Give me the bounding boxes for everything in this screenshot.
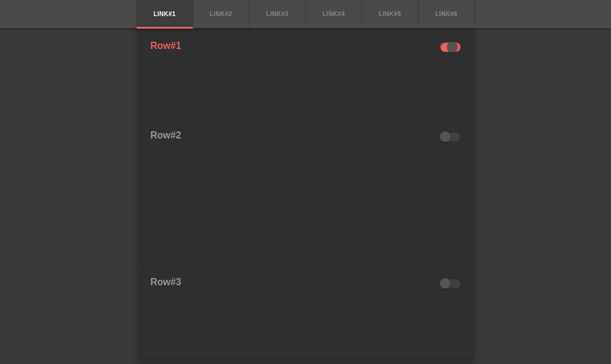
tab-bar: LINK#1 LINK#2 LINK#3 LINK#4 LINK#5 LINK#… [0,0,611,29]
tab-label: LINK#5 [379,11,401,17]
row-3: Row#3 [137,264,474,360]
toggle-knob [440,278,450,289]
toggle-knob [440,131,450,142]
row-1: Row#1 [137,29,474,118]
row-2: Row#2 [137,118,474,264]
row-label: Row#1 [150,41,181,51]
tab-link-2[interactable]: LINK#2 [193,0,249,28]
tab-link-3[interactable]: LINK#3 [249,0,306,28]
tab-link-6[interactable]: LINK#6 [418,0,474,28]
tab-label: LINK#4 [323,11,345,17]
tab-label: LINK#6 [435,11,457,17]
tab-link-4[interactable]: LINK#4 [306,0,362,28]
tab-link-1[interactable]: LINK#1 [136,0,193,28]
toggle-row-1[interactable] [440,42,461,52]
content-panel: Row#1 Row#2 Row#3 [137,29,474,363]
row-label: Row#3 [150,277,181,288]
tab-label: LINK#1 [153,11,175,17]
tab-label: LINK#2 [210,11,232,17]
row-label: Row#2 [150,130,181,141]
toggle-row-2[interactable] [440,132,461,141]
toggle-row-3[interactable] [440,279,461,288]
tab-link-5[interactable]: LINK#5 [362,0,418,28]
toggle-knob [447,42,458,53]
tab-label: LINK#3 [266,11,288,17]
